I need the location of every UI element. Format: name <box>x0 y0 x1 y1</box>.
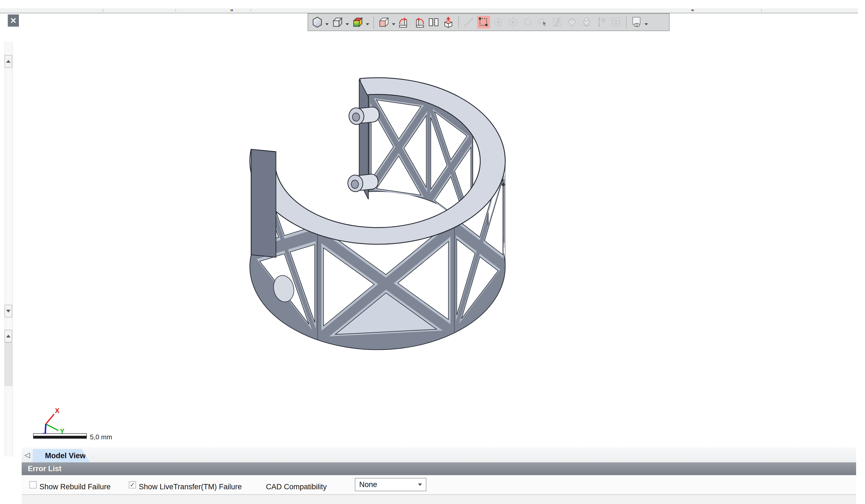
chevron-down-icon[interactable] <box>392 23 395 25</box>
shaded-view-icon[interactable] <box>311 16 324 28</box>
show-livetransfer-failure-checkbox[interactable] <box>129 481 136 489</box>
rotate-view-right-icon[interactable] <box>413 16 425 28</box>
move-body-up-icon[interactable] <box>442 16 455 28</box>
rectangle-select-icon[interactable] <box>477 16 490 28</box>
error-list-header[interactable]: Error List <box>22 462 856 475</box>
show-hide-body-icon[interactable] <box>630 16 643 28</box>
split-view-icon[interactable] <box>427 16 440 28</box>
arrow-down-icon <box>6 310 11 313</box>
scale-bar-bottom <box>33 436 86 438</box>
polygon-select-icon[interactable] <box>507 16 519 28</box>
flip-normal-icon[interactable] <box>565 16 578 28</box>
chevron-down-icon <box>418 483 422 486</box>
deviation-color-map-icon[interactable] <box>351 16 364 28</box>
close-panel-button[interactable]: ✕ <box>8 14 19 27</box>
show-livetransfer-failure-label: Show LiveTransfer(TM) Failure <box>139 483 242 491</box>
ribbon-bottom-strip <box>0 8 858 13</box>
error-list-filter-row: Show Rebuild Failure Show LiveTransfer(T… <box>22 475 856 495</box>
section-view-icon[interactable] <box>378 16 390 28</box>
paint-select-icon[interactable] <box>551 16 564 28</box>
x-axis-label: X <box>55 407 59 414</box>
collapse-tabs-button[interactable]: ◁ <box>24 451 30 458</box>
application-window: ✕ <box>0 0 865 504</box>
cad-compatibility-dropdown[interactable]: None <box>355 478 426 491</box>
ribbon-separator <box>250 9 251 12</box>
y-axis-line <box>46 424 58 431</box>
rotate-view-left-icon[interactable] <box>398 16 411 28</box>
window-bottom-strip <box>22 495 856 504</box>
model-viewport[interactable] <box>244 69 530 419</box>
scroll-down-button[interactable] <box>4 305 12 317</box>
show-rebuild-failure-checkbox[interactable] <box>30 481 37 489</box>
toolbar-separator <box>458 15 459 29</box>
chevron-down-icon[interactable] <box>645 23 648 25</box>
left-scrollbar-track[interactable] <box>4 42 13 457</box>
error-list-title: Error List <box>28 465 62 473</box>
line-select-icon[interactable] <box>462 16 475 28</box>
ribbon-icon-remnant <box>691 10 694 11</box>
scroll-up-button-2[interactable] <box>4 330 12 342</box>
view-toolbar <box>308 13 670 31</box>
scroll-up-button[interactable] <box>4 55 12 68</box>
show-rebuild-failure-label: Show Rebuild Failure <box>39 483 111 491</box>
ribbon-icon-remnant <box>230 10 233 11</box>
toolbar-separator <box>373 15 374 29</box>
coordinate-triad: X Y Z 5,0 mm <box>20 406 130 447</box>
scale-bar-top <box>33 434 86 436</box>
circle-select-icon[interactable] <box>492 16 505 28</box>
arrow-up-icon <box>6 335 11 338</box>
view-selection-only-icon[interactable] <box>610 16 622 28</box>
chevron-down-icon[interactable] <box>366 23 369 25</box>
scrollbar-thumb[interactable] <box>4 342 12 386</box>
cad-model-lattice-cuff <box>244 69 530 419</box>
ribbon-separator <box>103 9 103 12</box>
display-mode-cube-icon[interactable] <box>331 16 344 28</box>
x-axis-line <box>46 414 54 424</box>
scale-label: 5,0 mm <box>90 433 112 441</box>
cad-compatibility-value: None <box>359 480 418 489</box>
ribbon-separator <box>761 9 762 12</box>
tab-model-view[interactable]: Model View <box>33 449 90 462</box>
expand-selection-icon[interactable] <box>595 16 608 28</box>
chevron-down-icon[interactable] <box>325 23 329 25</box>
chevron-down-icon[interactable] <box>346 23 349 25</box>
cad-compatibility-label: CAD Compatibility <box>266 483 327 491</box>
arrow-up-icon <box>6 60 11 63</box>
lasso-select-icon[interactable] <box>536 16 549 28</box>
bottom-tab-bar: ◁ Model View <box>22 447 856 462</box>
flip-region-icon[interactable] <box>580 16 593 28</box>
freeform-select-icon[interactable] <box>521 16 534 28</box>
toolbar-separator <box>626 15 626 29</box>
ribbon-separator <box>175 9 176 12</box>
